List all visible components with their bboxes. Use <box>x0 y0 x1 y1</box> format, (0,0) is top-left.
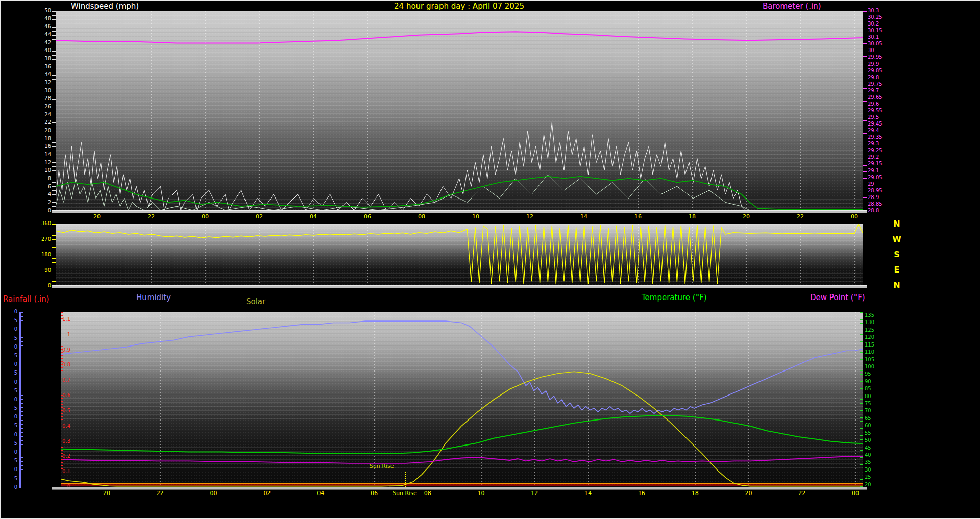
tick-label: 0 <box>14 467 17 472</box>
tick-label: 30 <box>868 48 874 53</box>
bottom-hour-axis: 202200020406Sun Rise081012141618202200 <box>61 490 863 498</box>
tick-label: 5 <box>14 388 17 393</box>
tick-label: 29.85 <box>868 68 883 73</box>
tick-label: 29.45 <box>868 121 883 127</box>
rainfall-title: Rainfall (.in) <box>3 294 50 304</box>
tick-label: 24 <box>44 112 51 117</box>
tick-label: 50 <box>44 8 51 13</box>
tick-label: 46 <box>44 24 51 29</box>
barometer-line <box>56 32 863 43</box>
tick-label: 2 <box>48 200 51 205</box>
tick-label: 110 <box>865 350 874 355</box>
tick-label: 0 <box>48 283 51 288</box>
tick-label: 0.1 <box>62 469 70 474</box>
hour-label: 16 <box>638 490 645 497</box>
humidity-line <box>61 321 863 413</box>
hour-label: 12 <box>531 490 538 497</box>
tick-label: 29.15 <box>868 161 883 166</box>
solar-title: Solar <box>246 297 265 306</box>
tick-label: 1 <box>67 332 70 337</box>
hour-label: 20 <box>745 490 752 497</box>
hour-label: 16 <box>634 213 642 220</box>
tick-label: 29.5 <box>868 115 879 120</box>
tick-label: 0 <box>14 414 17 419</box>
tick-label: W <box>892 235 901 243</box>
tick-label: 5 <box>14 353 17 358</box>
tick-label: 29 <box>868 182 874 187</box>
tick-label: 70 <box>865 408 871 413</box>
tick-label: 30.05 <box>868 41 883 46</box>
tick-label: E <box>894 266 900 274</box>
tick-label: 0 <box>14 327 17 332</box>
mid-axis-bar <box>52 285 867 288</box>
tick-label: 0.8 <box>62 362 70 367</box>
tick-label: 0 <box>14 309 17 314</box>
tick-label: 0.7 <box>62 378 70 383</box>
tick-label: 29.4 <box>868 128 879 133</box>
tick-label: 29.8 <box>868 75 879 80</box>
tick-label: 100 <box>865 364 874 369</box>
tick-label: 5 <box>14 441 17 446</box>
tick-label: 55 <box>865 431 871 436</box>
hour-label: 06 <box>364 213 371 220</box>
tick-label: 30.15 <box>868 28 883 33</box>
tick-label: 10 <box>44 168 51 173</box>
tick-label: 6 <box>48 184 51 189</box>
tick-label: 29.25 <box>868 148 883 153</box>
tick-label: 22 <box>44 120 51 125</box>
tick-label: 29.35 <box>868 135 883 140</box>
tick-label: 1.1 <box>62 317 70 322</box>
tick-label: 0 <box>14 344 17 350</box>
tick-label: 0.3 <box>62 439 70 444</box>
tick-label: 40 <box>44 48 51 53</box>
tick-label: 29.05 <box>868 175 883 180</box>
tick-label: 29.95 <box>868 55 883 60</box>
tick-label: 360 <box>41 221 51 226</box>
tick-label: 50 <box>865 438 871 443</box>
windspeed-barometer-plot <box>56 11 863 210</box>
tick-label: 29.55 <box>868 108 883 113</box>
tick-label: 28.9 <box>868 195 879 200</box>
hour-label: 22 <box>798 490 805 497</box>
tick-label: 270 <box>41 237 51 242</box>
hour-label: 18 <box>689 213 696 220</box>
humidity-axis-labels: 050505050505050505050 <box>10 309 17 490</box>
tick-label: 0.4 <box>62 424 70 429</box>
tick-label: 42 <box>44 40 51 45</box>
hour-label: 08 <box>418 213 425 220</box>
weather-graph-screen: Windspeed (mph) 24 hour graph day : Apri… <box>0 0 980 519</box>
tick-label: 95 <box>865 372 871 377</box>
tick-label: 5 <box>14 370 17 376</box>
climate-chart <box>61 312 863 487</box>
tick-label: 36 <box>44 64 51 69</box>
hour-label: 02 <box>263 490 271 497</box>
tick-label: 0.5 <box>62 408 70 413</box>
tick-label: 29.75 <box>868 82 883 87</box>
graph-title: 24 hour graph day : April 07 2025 <box>56 2 863 11</box>
tick-label: 29.3 <box>868 141 879 146</box>
barometer-axis-labels: 30.330.2530.230.1530.130.053029.9529.929… <box>868 8 888 213</box>
hour-label: 06 <box>371 490 378 497</box>
tick-label: 125 <box>865 328 874 333</box>
tick-label: 0 <box>14 450 17 455</box>
wind-gust-line <box>56 122 863 210</box>
tick-label: 30.2 <box>868 21 879 27</box>
tick-label: 0 <box>14 432 17 437</box>
tick-label: 120 <box>865 335 874 340</box>
climate-plot: Sun Rise <box>61 312 863 487</box>
hour-label: 08 <box>424 490 431 497</box>
tick-label: 26 <box>44 104 51 109</box>
tick-label: 75 <box>865 401 871 406</box>
tick-label: 60 <box>865 423 871 428</box>
humidity-title: Humidity <box>136 293 171 302</box>
hour-label: 04 <box>317 490 324 497</box>
rainfall-tick-marks <box>61 312 63 487</box>
tick-label: 18 <box>44 136 51 141</box>
hour-label: 22 <box>797 213 804 220</box>
tick-label: 28.95 <box>868 188 883 193</box>
tick-label: 65 <box>865 416 871 421</box>
dew-point-title: Dew Point (°F) <box>810 293 865 302</box>
hour-label: 04 <box>310 213 317 220</box>
tick-label: 34 <box>44 72 51 77</box>
tick-label: 44 <box>44 32 51 37</box>
